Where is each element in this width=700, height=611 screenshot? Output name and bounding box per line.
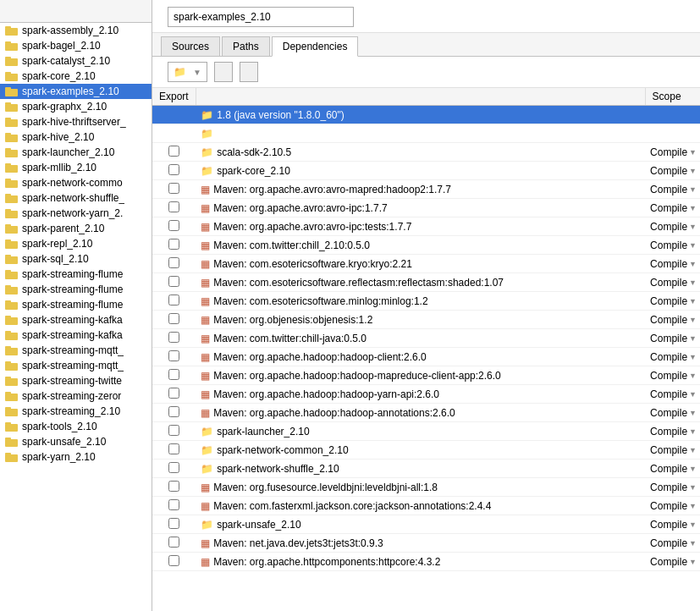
scope-dropdown[interactable]: Compile ▼ — [650, 333, 697, 344]
scope-dropdown[interactable]: Compile ▼ — [650, 221, 697, 233]
sidebar-item[interactable]: spark-parent_2.10 — [0, 221, 152, 236]
remove-module-button[interactable] — [24, 3, 39, 19]
export-checkbox[interactable] — [168, 257, 179, 268]
sidebar-item[interactable]: spark-tools_2.10 — [0, 419, 152, 434]
export-checkbox[interactable] — [168, 332, 179, 343]
export-checkbox[interactable] — [168, 555, 179, 566]
sidebar-item[interactable]: spark-streaming-kafka — [0, 328, 152, 343]
scope-dropdown[interactable]: Compile ▼ — [650, 537, 697, 549]
scope-dropdown[interactable]: Compile ▼ — [650, 519, 697, 531]
scope-dropdown[interactable]: Compile ▼ — [650, 500, 697, 512]
sdk-dropdown[interactable]: 📁 ▼ — [168, 62, 207, 82]
export-checkbox[interactable] — [168, 425, 179, 436]
scope-dropdown[interactable]: Compile ▼ — [650, 388, 697, 400]
sidebar-item[interactable]: spark-examples_2.10 — [0, 84, 152, 99]
sidebar-item[interactable]: spark-streaming_2.10 — [0, 404, 152, 419]
export-checkbox[interactable] — [168, 388, 179, 399]
export-checkbox[interactable] — [168, 499, 179, 510]
scope-dropdown[interactable]: Compile ▼ — [650, 556, 697, 568]
sidebar-item[interactable]: spark-streaming-zeror — [0, 388, 152, 404]
sidebar-item[interactable]: spark-streaming-twitte — [0, 373, 152, 388]
sidebar-item[interactable]: spark-assembly_2.10 — [0, 23, 152, 38]
scope-dropdown[interactable]: Compile ▼ — [650, 370, 697, 382]
dependency-name: 📁1.8 (java version "1.8.0_60") — [201, 109, 344, 121]
scope-dropdown[interactable]: Compile ▼ — [650, 202, 697, 214]
tab-dependencies[interactable]: Dependencies — [272, 36, 359, 57]
sidebar-item[interactable]: spark-hive_2.10 — [0, 129, 152, 145]
sidebar-item[interactable]: spark-yarn_2.10 — [0, 449, 152, 465]
svg-rect-6 — [5, 74, 18, 81]
scope-dropdown[interactable]: Compile ▼ — [650, 351, 697, 363]
export-checkbox[interactable] — [168, 443, 179, 454]
sidebar-item-label: spark-tools_2.10 — [22, 421, 97, 432]
export-checkbox[interactable] — [168, 183, 179, 194]
sidebar-item-label: spark-streaming-kafka — [22, 329, 123, 341]
scope-dropdown[interactable]: Compile ▼ — [650, 463, 697, 475]
export-checkbox[interactable] — [168, 220, 179, 231]
sidebar-item[interactable]: spark-streaming-mqtt_ — [0, 358, 152, 373]
sidebar-item[interactable]: spark-mllib_2.10 — [0, 160, 152, 175]
export-checkbox[interactable] — [168, 239, 179, 250]
scope-dropdown[interactable]: Compile ▼ — [650, 165, 697, 177]
export-checkbox[interactable] — [168, 146, 179, 157]
sidebar-item[interactable]: spark-network-yarn_2. — [0, 206, 152, 221]
scope-dropdown[interactable]: Compile ▼ — [650, 407, 697, 419]
sidebar-item[interactable]: spark-catalyst_2.10 — [0, 53, 152, 69]
sidebar-item[interactable]: spark-streaming-kafka — [0, 312, 152, 328]
scope-dropdown[interactable]: Compile ▼ — [650, 184, 697, 195]
sdk-new-button[interactable] — [214, 62, 233, 82]
export-checkbox[interactable] — [168, 294, 179, 306]
sidebar-item[interactable]: spark-sql_2.10 — [0, 251, 152, 267]
svg-rect-8 — [5, 89, 18, 96]
tab-paths[interactable]: Paths — [222, 36, 270, 56]
sidebar-item[interactable]: spark-streaming-flume — [0, 297, 152, 312]
export-checkbox[interactable] — [168, 481, 179, 492]
scope-cell: Compile ▼ — [645, 143, 700, 162]
scope-dropdown[interactable]: Compile ▼ — [650, 426, 697, 438]
sidebar-item[interactable]: spark-unsafe_2.10 — [0, 434, 152, 449]
export-checkbox[interactable] — [168, 369, 179, 380]
sidebar-item[interactable]: spark-graphx_2.10 — [0, 99, 152, 114]
sidebar-item-label: spark-network-commo — [22, 177, 123, 189]
add-module-button[interactable] — [5, 3, 20, 19]
svg-rect-50 — [5, 409, 18, 416]
scope-dropdown[interactable]: Compile ▼ — [650, 482, 697, 493]
export-checkbox[interactable] — [168, 406, 179, 417]
sidebar-item[interactable]: spark-network-commo — [0, 175, 152, 190]
export-checkbox[interactable] — [168, 164, 179, 175]
sidebar-item[interactable]: spark-core_2.10 — [0, 69, 152, 84]
sidebar-item[interactable]: spark-streaming-mqtt_ — [0, 343, 152, 358]
svg-rect-10 — [5, 104, 18, 112]
sidebar-item[interactable]: spark-streaming-flume — [0, 282, 152, 297]
scope-label: Compile — [650, 165, 687, 177]
export-checkbox[interactable] — [168, 201, 179, 212]
sidebar-item[interactable]: spark-bagel_2.10 — [0, 38, 152, 53]
scope-label: Compile — [650, 482, 687, 493]
copy-module-button[interactable] — [42, 3, 58, 19]
scope-dropdown[interactable]: Compile ▼ — [650, 239, 697, 251]
export-checkbox[interactable] — [168, 518, 179, 529]
export-checkbox[interactable] — [168, 462, 179, 473]
scope-dropdown[interactable]: Compile ▼ — [650, 295, 697, 307]
sidebar-item[interactable]: spark-hive-thriftserver_ — [0, 114, 152, 129]
sdk-edit-button[interactable] — [240, 62, 258, 82]
export-checkbox[interactable] — [168, 276, 179, 287]
scope-dropdown[interactable]: Compile ▼ — [650, 146, 697, 158]
svg-rect-25 — [5, 209, 11, 212]
export-checkbox[interactable] — [168, 350, 179, 361]
scope-dropdown[interactable]: Compile ▼ — [650, 258, 697, 270]
export-checkbox[interactable] — [168, 313, 179, 324]
sidebar-item[interactable]: spark-repl_2.10 — [0, 236, 152, 251]
tab-sources[interactable]: Sources — [161, 36, 220, 56]
table-row: ▦Maven: com.esotericsoftware.reflectasm:… — [152, 273, 700, 292]
sidebar-item[interactable]: spark-network-shuffle_ — [0, 190, 152, 206]
module-name-input[interactable] — [168, 7, 354, 27]
export-checkbox[interactable] — [168, 537, 179, 548]
scope-dropdown[interactable]: Compile ▼ — [650, 277, 697, 289]
sidebar-item[interactable]: spark-launcher_2.10 — [0, 145, 152, 160]
scope-dropdown[interactable]: Compile ▼ — [650, 444, 697, 456]
sidebar-item[interactable]: spark-streaming-flume — [0, 267, 152, 282]
scope-label: Compile — [650, 295, 687, 307]
svg-rect-4 — [5, 58, 18, 66]
scope-dropdown[interactable]: Compile ▼ — [650, 314, 697, 326]
